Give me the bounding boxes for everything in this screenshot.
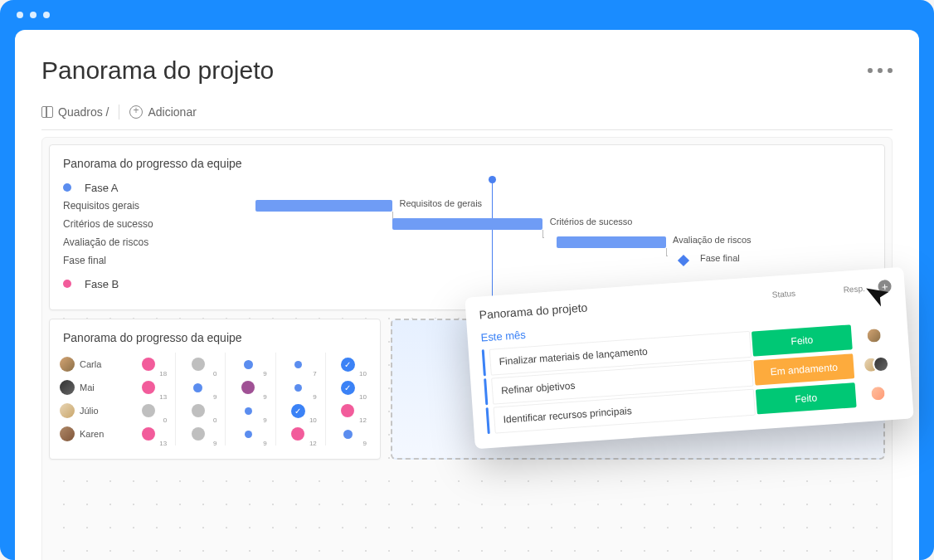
member-name: Carla <box>80 359 121 369</box>
dot-icon <box>244 360 253 369</box>
cell[interactable]: 9 <box>225 422 270 446</box>
phase-a-label: Fase A <box>85 182 118 194</box>
task-label: Fase final <box>63 255 187 266</box>
assignees[interactable] <box>853 326 895 345</box>
avatar <box>872 355 889 373</box>
status-badge[interactable]: Feito <box>756 382 857 414</box>
cell[interactable]: ✓10 <box>325 353 370 376</box>
cell[interactable]: 9 <box>225 376 270 399</box>
cell[interactable]: 13 <box>126 376 170 399</box>
check-dot-icon: ✓ <box>341 358 355 372</box>
gantt-bar-area: Critérios de sucesso <box>187 218 871 230</box>
task-label: Critérios de sucesso <box>63 218 187 230</box>
gantt-task-row[interactable]: Fase final Fase final <box>63 251 871 270</box>
cell[interactable]: 9 <box>225 353 270 376</box>
team-grid: Carla 18 0 9 7 ✓10 Mai 13 9 9 9 <box>50 353 380 446</box>
task-label: Requisitos gerais <box>63 200 187 212</box>
dot-icon <box>245 407 252 415</box>
cell[interactable]: 9 <box>275 376 320 399</box>
check-dot-icon: ✓ <box>291 404 305 418</box>
add-button[interactable]: Adicionar <box>129 105 196 119</box>
browser-window-frame: Panorama do projeto Quadros / Adicionar … <box>0 0 934 560</box>
gantt-legend-row: Fase A <box>63 178 871 197</box>
cell[interactable]: 9 <box>225 399 270 422</box>
dot-icon <box>142 427 155 441</box>
team-progress-widget[interactable]: Panorama do progresso da equipe Carla 18… <box>49 319 381 460</box>
avatar <box>60 426 75 441</box>
cell[interactable]: 9 <box>175 376 220 399</box>
assignees[interactable] <box>854 355 897 374</box>
status-badge[interactable]: Em andamento <box>753 353 854 385</box>
member-name: Júlio <box>80 406 121 416</box>
group-stripe <box>486 407 490 434</box>
cell[interactable]: 9 <box>175 422 220 446</box>
gantt-bar-label: Fase final <box>700 253 740 263</box>
project-table-card[interactable]: Panorama do projeto Status Resp. + Este … <box>465 267 913 450</box>
dot-icon <box>142 381 155 394</box>
cell[interactable]: 0 <box>175 399 220 422</box>
dot-icon <box>192 358 205 371</box>
cell[interactable]: 0 <box>126 399 170 422</box>
page-title: Panorama do projeto <box>41 56 274 85</box>
gantt-task-row[interactable]: Requisitos gerais Requisitos de gerais <box>63 197 871 215</box>
status-badge[interactable]: Feito <box>752 324 853 356</box>
cell[interactable]: 12 <box>325 399 370 422</box>
dot-icon <box>343 430 353 439</box>
cell[interactable]: 18 <box>126 353 170 376</box>
boards-icon <box>41 106 53 118</box>
gantt-title: Panorama do progresso da equipe <box>50 145 884 178</box>
cell[interactable]: ✓10 <box>325 376 370 399</box>
plus-circle-icon <box>129 105 143 119</box>
group-stripe <box>484 378 488 405</box>
gantt-bar-area: Requisitos de gerais <box>187 200 871 212</box>
dot-icon <box>142 358 155 371</box>
gantt-bar[interactable] <box>392 218 542 230</box>
boards-label: Quadros / <box>58 105 109 119</box>
gantt-bar-label: Avaliação de riscos <box>673 235 752 245</box>
browser-title-bar <box>0 0 934 30</box>
gantt-bar-label: Critérios de sucesso <box>550 217 633 226</box>
dot-icon <box>294 361 302 368</box>
team-row: Júlio 0 0 9 ✓10 12 <box>60 399 370 422</box>
assignees[interactable] <box>857 384 899 403</box>
gantt-bar[interactable] <box>557 236 666 248</box>
divider <box>119 105 119 119</box>
cell-value: 12 <box>309 440 317 447</box>
dot-icon <box>341 404 354 417</box>
avatar <box>60 357 75 372</box>
cell[interactable]: 0 <box>175 353 220 376</box>
window-dot <box>30 12 36 18</box>
phase-b-label: Fase B <box>85 278 119 290</box>
gantt-task-row[interactable]: Critérios de sucesso Critérios de sucess… <box>63 215 871 233</box>
cell[interactable]: ✓10 <box>275 399 320 422</box>
gantt-milestone-icon[interactable] <box>678 255 689 266</box>
dot-icon <box>192 427 205 441</box>
toolbar: Quadros / Adicionar <box>41 105 893 130</box>
boards-button[interactable]: Quadros / <box>41 105 109 119</box>
legend-dot-pink <box>63 280 71 288</box>
cell[interactable]: 9 <box>325 422 370 446</box>
cell[interactable]: 13 <box>126 422 170 446</box>
gantt-task-row[interactable]: Avaliação de riscos Avaliação de riscos <box>63 233 871 251</box>
gantt-bar-label: Requisitos de gerais <box>399 198 482 208</box>
task-label: Avaliação de riscos <box>63 236 187 248</box>
more-menu-button[interactable] <box>868 68 893 73</box>
avatar <box>869 385 887 402</box>
legend-dot-blue <box>63 183 71 192</box>
team-row: Carla 18 0 9 7 ✓10 <box>60 353 370 376</box>
window-dot <box>17 12 23 18</box>
dot-icon <box>245 431 252 438</box>
dot-icon <box>294 384 302 392</box>
cell[interactable]: 12 <box>275 422 320 446</box>
page-header: Panorama do projeto <box>41 56 893 85</box>
cell[interactable]: 7 <box>275 353 320 376</box>
add-label: Adicionar <box>148 105 196 119</box>
gantt-bar-area: Fase final <box>187 255 871 266</box>
gantt-bar[interactable] <box>255 200 392 212</box>
team-row: Mai 13 9 9 9 ✓10 <box>60 376 370 399</box>
check-dot-icon: ✓ <box>341 381 355 395</box>
dot-icon <box>241 381 255 394</box>
cell-value: 9 <box>213 440 216 447</box>
team-title: Panorama do progresso da equipe <box>50 319 380 353</box>
dot-icon <box>291 427 304 441</box>
